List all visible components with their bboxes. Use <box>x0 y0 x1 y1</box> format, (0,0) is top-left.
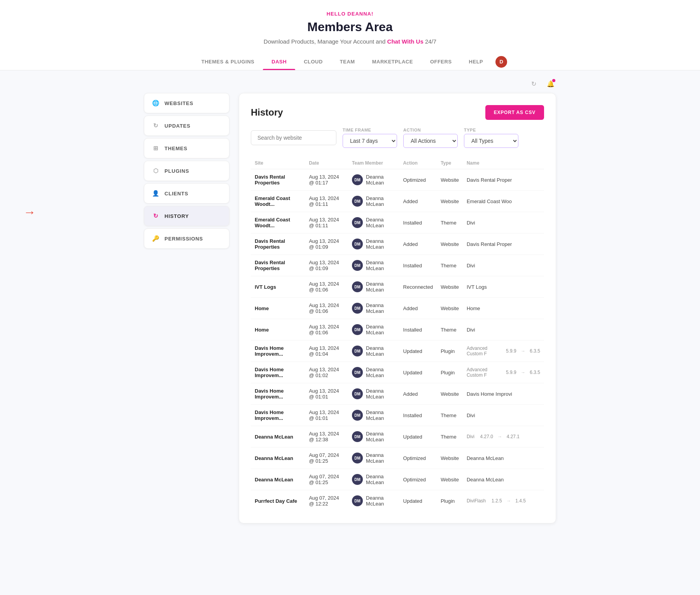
name-text: DiviFlash <box>467 498 486 504</box>
version-from: 5.9.9 <box>506 370 516 375</box>
cell-team-member: DMDeanna McLean <box>348 169 399 191</box>
nav-item-marketplace[interactable]: MARKETPLACE <box>364 53 422 70</box>
cell-type: Website <box>437 169 463 191</box>
cell-team-member: DMDeanna McLean <box>348 405 399 426</box>
version-to: 6.3.5 <box>530 370 540 375</box>
member-avatar: DM <box>352 367 363 378</box>
cell-site: Deanna McLean <box>251 426 305 448</box>
cell-site: Davis Rental Properties <box>251 169 305 191</box>
cell-team-member: DMDeanna McLean <box>348 362 399 383</box>
themes-icon: ⊞ <box>152 145 160 152</box>
cell-name: Deanna McLean <box>463 469 544 490</box>
action-select[interactable]: All ActionsOptimizedAddedInstalledUpdate… <box>403 134 458 148</box>
member-avatar: DM <box>352 324 363 335</box>
sidebar-item-history[interactable]: ↻HISTORY <box>144 206 229 226</box>
cell-site: Emerald Coast Woodt... <box>251 191 305 212</box>
cell-action: Installed <box>399 212 437 233</box>
cell-date: Aug 13, 2024 @ 01:01 <box>305 405 348 426</box>
cell-action: Added <box>399 191 437 212</box>
member-avatar: DM <box>352 196 363 207</box>
cell-type: Website <box>437 298 463 319</box>
cell-date: Aug 13, 2024 @ 12:38 <box>305 426 348 448</box>
cell-name: Deanna McLean <box>463 448 544 469</box>
member-name: Deanna McLean <box>366 495 395 507</box>
notification-icon[interactable]: 🔔 <box>545 78 556 89</box>
sidebar-label-permissions: PERMISSIONS <box>164 236 203 242</box>
sidebar-item-permissions[interactable]: 🔑PERMISSIONS <box>144 228 229 249</box>
cell-action: Installed <box>399 405 437 426</box>
cell-team-member: DMDeanna McLean <box>348 298 399 319</box>
chat-link[interactable]: Chat With Us <box>387 38 424 45</box>
nav-item-dash[interactable]: DASH <box>263 53 295 70</box>
export-csv-button[interactable]: EXPORT AS CSV <box>485 105 544 120</box>
cell-action: Optimized <box>399 169 437 191</box>
cell-name: Home <box>463 298 544 319</box>
cell-date: Aug 13, 2024 @ 01:11 <box>305 191 348 212</box>
cell-date: Aug 13, 2024 @ 01:02 <box>305 362 348 383</box>
cell-action: Updated <box>399 426 437 448</box>
websites-icon: 🌐 <box>152 100 160 107</box>
sidebar-label-plugins: PLUGINS <box>164 168 189 174</box>
nav-item-team[interactable]: TEAM <box>331 53 364 70</box>
time-frame-select[interactable]: Last 7 daysLast 30 daysLast 90 daysAll t… <box>343 134 397 148</box>
member-name: Deanna McLean <box>366 302 395 314</box>
col-team member: Team Member <box>348 157 399 169</box>
col-action: Action <box>399 157 437 169</box>
time-frame-label: TIME FRAME <box>343 128 397 132</box>
nav-item-help[interactable]: HELP <box>460 53 492 70</box>
member-name: Deanna McLean <box>366 238 395 250</box>
cell-date: Aug 13, 2024 @ 01:11 <box>305 212 348 233</box>
search-input[interactable] <box>251 130 336 145</box>
col-site: Site <box>251 157 305 169</box>
cell-action: Updated <box>399 490 437 512</box>
cell-site: Deanna McLean <box>251 448 305 469</box>
version-arrow-icon: → <box>506 498 511 504</box>
col-date: Date <box>305 157 348 169</box>
cell-team-member: DMDeanna McLean <box>348 276 399 298</box>
cell-site: IVT Logs <box>251 276 305 298</box>
member-name: Deanna McLean <box>366 431 395 442</box>
cell-name: IVT Logs <box>463 276 544 298</box>
cell-team-member: DMDeanna McLean <box>348 448 399 469</box>
member-avatar: DM <box>352 453 363 463</box>
nav-item-offers[interactable]: OFFERS <box>422 53 460 70</box>
nav-item-themes---plugins[interactable]: THEMES & PLUGINS <box>193 53 263 70</box>
cell-type: Website <box>437 469 463 490</box>
version-info: Advanced Custom F 5.9.9 → 6.3.5 <box>467 367 540 378</box>
sidebar-item-plugins[interactable]: ⬡PLUGINS <box>144 161 229 181</box>
cell-name: Emerald Coast Woo <box>463 191 544 212</box>
table-row: Davis Home Improvem...Aug 13, 2024 @ 01:… <box>251 362 544 383</box>
sidebar-label-themes: THEMES <box>164 146 187 151</box>
cell-action: Optimized <box>399 469 437 490</box>
members-title: Members Area <box>8 20 692 34</box>
nav-item-cloud[interactable]: CLOUD <box>295 53 331 70</box>
table-row: Deanna McLeanAug 07, 2024 @ 01:25DMDeann… <box>251 448 544 469</box>
name-text: Advanced Custom F <box>467 367 500 378</box>
cell-site: Davis Home Improvem... <box>251 383 305 405</box>
member-avatar: DM <box>352 474 363 485</box>
member-avatar: DM <box>352 388 363 399</box>
sidebar-item-updates[interactable]: ↻UPDATES <box>144 116 229 136</box>
sidebar-item-clients[interactable]: 👤CLIENTS <box>144 183 229 204</box>
sidebar-label-history: HISTORY <box>164 213 189 219</box>
sidebar-item-themes[interactable]: ⊞THEMES <box>144 138 229 158</box>
user-avatar[interactable]: D <box>495 56 507 68</box>
sidebar-item-websites[interactable]: 🌐WEBSITES <box>144 93 229 113</box>
cell-name: Divi <box>463 212 544 233</box>
cell-site: Davis Home Improvem... <box>251 405 305 426</box>
cell-type: Website <box>437 191 463 212</box>
toolbar-row: ↻ 🔔 <box>144 78 556 89</box>
cell-type: Plugin <box>437 490 463 512</box>
subtitle-prefix: Download Products, Manage Your Account a… <box>264 38 387 45</box>
member-avatar: DM <box>352 495 363 506</box>
cell-team-member: DMDeanna McLean <box>348 341 399 362</box>
type-label: TYPE <box>464 128 518 132</box>
cell-date: Aug 13, 2024 @ 01:06 <box>305 319 348 341</box>
version-to: 6.3.5 <box>530 348 540 354</box>
table-row: HomeAug 13, 2024 @ 01:06DMDeanna McLeanA… <box>251 298 544 319</box>
sidebar-label-websites: WEBSITES <box>164 100 193 106</box>
type-select[interactable]: All TypesWebsiteThemePlugin <box>464 134 518 148</box>
refresh-icon[interactable]: ↻ <box>528 78 539 89</box>
cell-date: Aug 07, 2024 @ 01:25 <box>305 448 348 469</box>
cell-site: Davis Rental Properties <box>251 233 305 255</box>
